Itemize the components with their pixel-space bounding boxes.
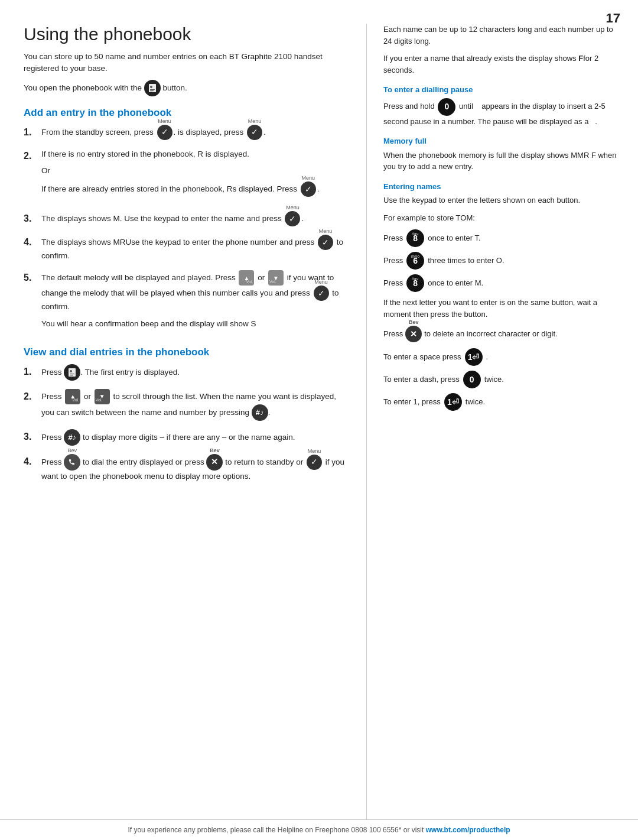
memory-full-text: When the phonebook memory is full the di…: [383, 150, 620, 173]
press-0-dash: To enter a dash, press 0 twice.: [383, 371, 620, 388]
vol-up-button-2: ▲Vol.: [65, 389, 80, 404]
svg-rect-3: [150, 90, 154, 91]
press-8-once2: Press 8 tuv once to enter M.: [383, 274, 620, 292]
key-6-button: 6 mno: [406, 252, 424, 270]
footer-link: www.bt.com/producthelp: [426, 826, 510, 834]
step-add-5: 5. The default melody will be displayed …: [24, 270, 349, 336]
call-button: Bev: [64, 454, 80, 471]
page-number: 17: [606, 11, 620, 26]
key-1-button-space: 1⏎: [465, 348, 483, 366]
svg-rect-6: [70, 374, 74, 374]
vol-up-button: ▲Vol.: [239, 270, 254, 286]
entering-names-text: Use the keypad to enter the letters show…: [383, 194, 620, 206]
press-1-space: To enter a space press 1⏎ .: [383, 348, 620, 366]
entering-names-label: Entering names: [383, 181, 620, 193]
zero-button-hold: 0: [438, 98, 455, 116]
add-entry-steps: 1. From the standby screen, press Menu ✓…: [24, 125, 349, 336]
page: 17 Using the phonebook You can store up …: [0, 0, 638, 840]
right-para2: If you enter a name that already exists …: [383, 53, 620, 76]
view-dial-section-title: View and dial entries in the phonebook: [24, 346, 349, 358]
key-8-button-2: 8 tuv: [406, 274, 424, 292]
menu-check-button-view: Menu ✓: [307, 455, 322, 470]
left-column: Using the phonebook You can store up to …: [24, 24, 366, 819]
add-entry-section-title: Add an entry in the phonebook: [24, 107, 349, 119]
svg-rect-2: [150, 89, 155, 90]
step-add-2: 2. If there is no entry stored in the ph…: [24, 148, 349, 203]
delete-button: ✕ Bev: [405, 326, 422, 342]
menu-check-button-1b: Menu ✓: [247, 125, 262, 140]
right-info: Each name can be up to 12 characters lon…: [383, 24, 620, 411]
step-view-4: 4. Press Bev to dial the entry displayed…: [24, 454, 349, 482]
svg-rect-1: [150, 86, 152, 88]
press-6-three: Press 6 mno three times to enter O.: [383, 252, 620, 270]
press-x-delete: Press ✕ Bev to delete an incorrect chara…: [383, 326, 620, 342]
hash-button-2: #♪: [64, 429, 80, 446]
view-dial-steps: 1. Press . The first entry is displayed.: [24, 364, 349, 482]
next-letter-text: If the next letter you want to enter is …: [383, 297, 620, 320]
hash-button: #♪: [252, 404, 268, 421]
menu-check-button-2: Menu ✓: [301, 181, 316, 197]
right-column: Each name can be up to 12 characters lon…: [366, 24, 620, 819]
key-1-button-one: 1⏎: [444, 393, 462, 411]
back-button: ✕ Bev: [206, 454, 223, 471]
dialling-pause-label: To enter a dialling pause: [383, 84, 620, 96]
footer: If you experience any problems, please c…: [0, 819, 638, 840]
svg-rect-7: [70, 375, 73, 375]
main-content: Using the phonebook You can store up to …: [0, 0, 638, 819]
press-8-once: Press 8 tuv once to enter T.: [383, 229, 620, 247]
key-8-button-1: 8 tuv: [406, 229, 424, 247]
menu-check-button-1: Menu ✓: [157, 125, 172, 140]
phonebook-button-icon: [144, 80, 161, 96]
dialling-pause-text: Press and hold 0 until appears in the di…: [383, 98, 620, 128]
key-0-button-dash: 0: [463, 371, 481, 388]
right-para1: Each name can be up to 12 characters lon…: [383, 24, 620, 47]
step-view-3: 3. Press #♪ to display more digits – if …: [24, 429, 349, 446]
vol-down-button-2: ▼Vol.: [95, 389, 110, 404]
menu-check-button-4: Menu ✓: [318, 235, 333, 250]
step-add-4: 4. The displays shows MRUse the keypad t…: [24, 235, 349, 262]
page-title: Using the phonebook: [24, 24, 349, 45]
step-add-1: 1. From the standby screen, press Menu ✓…: [24, 125, 349, 140]
menu-check-button-5: Menu ✓: [314, 286, 329, 301]
example-text: For example to store TOM:: [383, 212, 620, 224]
vol-down-button: ▼Vol.: [268, 270, 284, 286]
memory-full-label: Memory full: [383, 135, 620, 147]
step-view-1: 1. Press . The first entry is displayed.: [24, 364, 349, 381]
intro-paragraph-2: You open the phonebook with the button.: [24, 80, 349, 96]
press-1-one: To enter 1, press 1⏎ twice.: [383, 393, 620, 411]
step-add-3: 3. The displays shows M. Use the keypad …: [24, 211, 349, 226]
svg-rect-5: [70, 370, 72, 372]
intro-paragraph-1: You can store up to 50 name and number e…: [24, 51, 349, 75]
phonebook-button-view: [64, 364, 80, 381]
menu-check-button-3: Menu ✓: [285, 211, 300, 226]
step-view-2: 2. Press ▲Vol. or ▼Vol. to scroll throug…: [24, 389, 349, 421]
